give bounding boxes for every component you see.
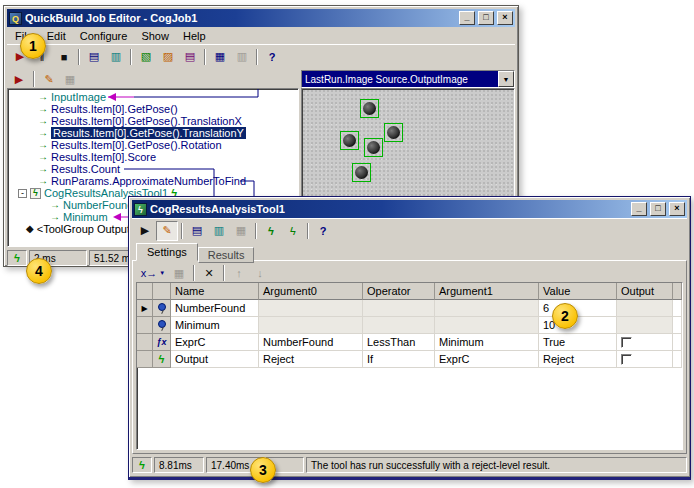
terminal-icon: → (50, 212, 60, 222)
tree-item-translationy-selected[interactable]: → Results.Item[0].GetPose().TranslationY (8, 127, 298, 139)
terminal-icon: → (38, 128, 48, 138)
column-header-output[interactable]: Output (617, 283, 673, 300)
terminal-icon: → (38, 164, 48, 174)
grid-row-exprc[interactable]: ƒx ExprC NumberFound LessThan Minimum Tr… (137, 334, 682, 351)
column-header-argument1[interactable]: Argument1 (435, 283, 539, 300)
image-source-combobox[interactable]: LastRun.Image Source.OutputImage ▼ (301, 70, 515, 88)
lightning-icon: ϟ (14, 252, 20, 264)
value-cell[interactable]: 10 (539, 317, 617, 334)
output-checkbox[interactable] (621, 337, 632, 348)
tree-item-translationx[interactable]: → Results.Item[0].GetPose().TranslationX (8, 115, 298, 127)
column-header-argument0[interactable]: Argument0 (259, 283, 363, 300)
settings-tab-panel: x→▼ ▦ ✕ ↑ ↓ Name Argument0 Operator Argu… (132, 260, 687, 454)
column-header-operator[interactable]: Operator (363, 283, 435, 300)
save-job-button[interactable]: ▥ (105, 47, 127, 67)
tab-settings[interactable]: Settings (136, 243, 198, 261)
run-status-segment: ϟ (132, 457, 152, 473)
minimize-button[interactable]: _ (631, 202, 647, 216)
main-title-bar[interactable]: Q QuickBuild Job Editor - CogJob1 _ □ × (7, 9, 515, 27)
lightning-icon: ϟ (139, 459, 145, 471)
grid-row-output[interactable]: ϟ Output Reject If ExprC Reject (137, 351, 682, 368)
tree-item-results-count[interactable]: → Results.Count (8, 163, 298, 175)
tab-results[interactable]: Results (198, 247, 255, 263)
menu-configure[interactable]: Configure (73, 28, 135, 44)
tool-title-bar[interactable]: ϟ CogResultsAnalysisTool1 _ □ × (132, 200, 687, 218)
output-cell (617, 351, 673, 368)
add-expression-dropdown[interactable]: x→▼ (138, 265, 168, 281)
close-button[interactable]: × (497, 11, 513, 25)
copy-tool-button[interactable]: ▦ (230, 221, 252, 241)
output-checkbox[interactable] (621, 354, 632, 365)
screenshot-canvas: Q QuickBuild Job Editor - CogJob1 _ □ × … (0, 0, 694, 488)
pin-icon (153, 300, 171, 317)
chevron-down-icon: ▼ (159, 270, 165, 276)
output-cell (617, 317, 673, 334)
run-once-button[interactable]: ϟ (282, 221, 304, 241)
value-cell: True (539, 334, 617, 351)
maximize-button[interactable]: □ (478, 11, 494, 25)
save-tool-button[interactable]: ▥ (208, 221, 230, 241)
edit-tool-button[interactable]: ✎ (39, 71, 59, 87)
toolbar-separator (307, 223, 309, 239)
toolbar-separator (193, 265, 195, 281)
status-message-segment: The tool has run successfully with a rej… (306, 457, 687, 473)
run-tool-button[interactable]: ▶ (134, 221, 156, 241)
tree-grid-button[interactable]: ▦ (60, 71, 80, 87)
column-header-name[interactable]: Name (171, 283, 259, 300)
match-result-box (340, 131, 359, 150)
terminal-icon: → (38, 140, 48, 150)
close-button[interactable]: × (669, 202, 685, 216)
image-source-selected-value: LastRun.Image Source.OutputImage (302, 71, 498, 87)
collapse-icon[interactable]: - (18, 189, 27, 198)
toolbar-separator (204, 49, 206, 65)
tool-tabs: Settings Results (132, 242, 687, 260)
open-job-button[interactable]: ▤ (83, 47, 105, 67)
grid-row-minimum[interactable]: Minimum 10 (137, 317, 682, 334)
expression-icon: ƒx (153, 334, 171, 351)
terminal-icon: → (38, 176, 48, 186)
run-tool-button[interactable]: ▶ (9, 71, 29, 87)
app-icon: Q (9, 12, 22, 25)
column-header-filler (673, 283, 682, 300)
callout-3: 3 (250, 457, 276, 483)
expression-toolbar: x→▼ ▦ ✕ ↑ ↓ (136, 264, 683, 282)
column-header-value[interactable]: Value (539, 283, 617, 300)
tool-palette-button[interactable]: ▨ (157, 47, 179, 67)
auto-run-button[interactable]: ϟ (260, 221, 282, 241)
callout-4: 4 (26, 258, 52, 284)
tree-item-inputimage[interactable]: → InputImage (8, 91, 298, 103)
main-window-title: QuickBuild Job Editor - CogJob1 (25, 12, 456, 24)
move-down-button[interactable]: ↓ (250, 265, 270, 281)
main-toolbar: ▶ ‖ ■ ▤ ▥ ▧ ▨ ▤ ▦ ▥ ? (7, 44, 515, 68)
grid-row-numberfound[interactable]: ▶ NumberFound 6 (137, 300, 682, 317)
open-tool-button[interactable]: ▤ (186, 221, 208, 241)
menu-show[interactable]: Show (134, 28, 176, 44)
tree-item-score[interactable]: → Results.Item[0].Score (8, 151, 298, 163)
maximize-button[interactable]: □ (650, 202, 666, 216)
tree-item-getpose[interactable]: → Results.Item[0].GetPose() (8, 103, 298, 115)
add-tool-button[interactable]: ▧ (135, 47, 157, 67)
grid-view-button[interactable]: ▦ (209, 47, 231, 67)
tool-window-title: CogResultsAnalysisTool1 (150, 203, 628, 215)
tool-status-bar: ϟ 8.81ms 17.40ms The tool has run succes… (132, 456, 687, 474)
image-source-button[interactable]: ▤ (179, 47, 201, 67)
move-up-button[interactable]: ↑ (229, 265, 249, 281)
chevron-down-icon[interactable]: ▼ (498, 71, 514, 87)
menu-help[interactable]: Help (176, 28, 213, 44)
layout-button[interactable]: ▥ (231, 47, 253, 67)
analysis-tool-icon: ϟ (30, 188, 41, 199)
tool-toolbar: ▶ ✎ ▤ ▥ ▦ ϟ ϟ ? (132, 218, 687, 242)
grid-options-button[interactable]: ▦ (169, 265, 189, 281)
electric-edit-button[interactable]: ✎ (156, 221, 178, 241)
delete-expression-button[interactable]: ✕ (199, 265, 219, 281)
tree-item-rotation[interactable]: → Results.Item[0].GetPose().Rotation (8, 139, 298, 151)
value-cell[interactable]: 6 (539, 300, 617, 317)
help-button[interactable]: ? (312, 221, 334, 241)
match-result-box (384, 123, 403, 142)
stop-job-button[interactable]: ■ (53, 47, 75, 67)
minimize-button[interactable]: _ (459, 11, 475, 25)
tree-item-runparams[interactable]: → RunParams.ApproximateNumberToFind (8, 175, 298, 187)
output-cell (617, 334, 673, 351)
help-button[interactable]: ? (261, 47, 283, 67)
terminal-icon: → (38, 92, 48, 102)
